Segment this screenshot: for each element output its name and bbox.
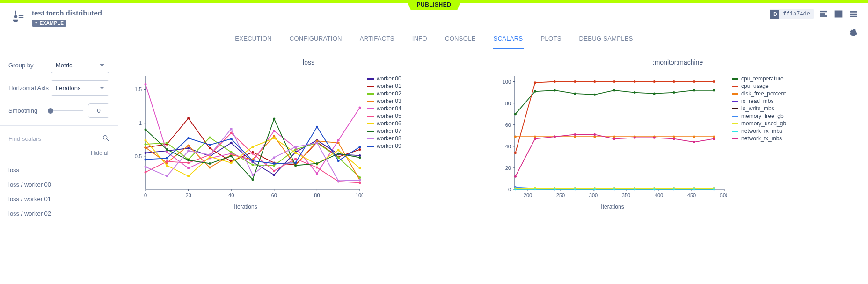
tab-console[interactable]: CONSOLE [444, 35, 477, 49]
legend-item[interactable]: worker 07 [367, 128, 401, 134]
svg-text:100: 100 [503, 79, 511, 85]
legend-label: network_rx_mbs [741, 128, 782, 134]
legend-item[interactable]: worker 09 [367, 143, 401, 149]
svg-point-43 [187, 117, 190, 119]
svg-point-181 [554, 80, 556, 83]
legend-label: network_tx_mbs [741, 135, 782, 142]
legend-item[interactable]: network_rx_mbs [732, 128, 786, 134]
tab-scalars[interactable]: SCALARS [493, 35, 524, 49]
tab-info[interactable]: INFO [411, 35, 428, 49]
legend-item[interactable]: worker 00 [367, 75, 401, 82]
legend-item[interactable]: worker 03 [367, 98, 401, 104]
svg-point-107 [145, 128, 147, 131]
svg-text:40: 40 [505, 144, 511, 149]
svg-point-135 [273, 162, 275, 165]
svg-point-85 [145, 171, 147, 173]
svg-point-249 [593, 188, 596, 190]
legend-item[interactable]: worker 04 [367, 105, 401, 112]
menu-icon[interactable] [848, 9, 859, 19]
search-input[interactable] [8, 135, 102, 142]
svg-point-40 [359, 154, 361, 157]
legend-item[interactable]: memory_free_gb [732, 113, 786, 119]
id-value: ff1a74de [779, 9, 814, 19]
legend-label: memory_used_gb [741, 120, 786, 127]
svg-point-36 [273, 174, 275, 176]
legend-item[interactable]: worker 05 [367, 113, 401, 119]
svg-point-258 [554, 136, 556, 138]
legend-swatch [367, 101, 374, 102]
svg-point-186 [653, 80, 656, 83]
svg-point-66 [209, 167, 211, 169]
svg-point-248 [574, 188, 576, 190]
svg-point-260 [593, 133, 596, 136]
svg-point-129 [145, 158, 147, 160]
svg-point-254 [693, 188, 695, 190]
search-icon[interactable] [102, 134, 109, 143]
svg-point-137 [316, 126, 318, 128]
svg-text:200: 200 [524, 192, 532, 198]
smoothing-value[interactable]: 0 [88, 103, 109, 118]
tab-configuration[interactable]: CONFIGURATION [289, 35, 343, 49]
chart-plot[interactable]: 020406080100200250300350400450500 [498, 73, 727, 200]
legend-item[interactable]: worker 08 [367, 135, 401, 142]
svg-point-266 [713, 138, 715, 140]
legend-item[interactable]: worker 02 [367, 90, 401, 97]
svg-point-109 [187, 159, 190, 161]
legend-label: worker 04 [377, 105, 401, 112]
svg-point-189 [713, 80, 715, 83]
svg-point-121 [209, 153, 211, 156]
svg-point-75 [166, 151, 168, 153]
legend-item[interactable]: disk_free_percent [732, 90, 786, 97]
svg-point-8 [103, 136, 107, 139]
svg-point-110 [209, 162, 211, 165]
legend-swatch [367, 146, 374, 147]
svg-point-169 [534, 90, 536, 93]
svg-line-9 [107, 139, 109, 141]
scalar-list-item[interactable]: loss / worker 01 [8, 192, 109, 206]
legend-item[interactable]: worker 06 [367, 120, 401, 127]
legend-item[interactable]: io_read_mbs [732, 98, 786, 104]
refresh-icon[interactable] [848, 28, 859, 38]
svg-point-119 [166, 175, 168, 177]
legend-item[interactable]: memory_used_gb [732, 120, 786, 127]
haxis-dropdown[interactable]: Iterations [51, 80, 109, 96]
groupby-dropdown[interactable]: Metric [51, 58, 109, 73]
details-icon[interactable] [818, 9, 829, 19]
svg-point-176 [673, 91, 675, 94]
legend-label: worker 03 [377, 98, 401, 104]
svg-point-90 [252, 153, 254, 155]
layout-icon[interactable] [833, 9, 844, 19]
legend-item[interactable]: io_write_mbs [732, 105, 786, 112]
svg-point-78 [230, 153, 233, 155]
legend-item[interactable]: network_tx_mbs [732, 135, 786, 142]
svg-point-86 [166, 160, 168, 163]
legend-swatch [367, 116, 374, 117]
svg-point-111 [230, 155, 233, 157]
legend-swatch [367, 93, 374, 95]
smoothing-slider[interactable] [51, 110, 83, 111]
tab-execution[interactable]: EXECUTION [234, 35, 273, 49]
tab-artifacts[interactable]: ARTIFACTS [359, 35, 395, 49]
legend-item[interactable]: worker 01 [367, 83, 401, 89]
legend-item[interactable]: cpu_temperature [732, 75, 786, 82]
scalar-list-item[interactable]: loss / worker 00 [8, 177, 109, 192]
svg-text:0.5: 0.5 [135, 153, 142, 159]
tab-plots[interactable]: PLOTS [540, 35, 562, 49]
svg-text:100: 100 [356, 192, 363, 198]
experiment-id-chip[interactable]: ID ff1a74de [770, 9, 814, 19]
svg-point-178 [713, 89, 715, 91]
legend-item[interactable]: cpu_usage [732, 83, 786, 89]
scalar-list-item[interactable]: loss / worker 02 [8, 206, 109, 221]
legend-label: io_write_mbs [741, 105, 774, 112]
chart-plot[interactable]: 0.511.5020406080100 [129, 73, 363, 200]
svg-point-63 [145, 146, 147, 149]
svg-point-246 [534, 188, 536, 190]
svg-point-259 [574, 133, 576, 136]
legend-label: worker 09 [377, 143, 401, 149]
scalar-list-item[interactable]: loss [8, 163, 109, 177]
svg-rect-5 [850, 11, 857, 12]
svg-text:250: 250 [556, 192, 565, 198]
svg-point-194 [593, 136, 596, 138]
hide-all-link[interactable]: Hide all [8, 150, 109, 156]
tab-debug-samples[interactable]: DEBUG SAMPLES [578, 35, 634, 49]
